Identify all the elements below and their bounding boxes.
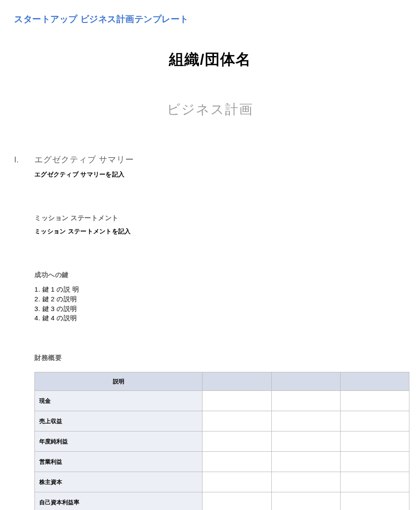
section-1-header: I. エグゼクティブ サマリー — [13, 154, 407, 165]
table-row: 現金 — [35, 391, 409, 411]
keys-heading: 成功への鍵 — [34, 271, 407, 279]
row-label-operating-profit: 営業利益 — [35, 452, 202, 472]
table-row: 売上収益 — [35, 411, 409, 431]
key-item[interactable]: 4. 鍵 4 の説明 — [34, 313, 407, 323]
cell[interactable] — [271, 472, 340, 492]
cell[interactable] — [340, 431, 409, 452]
table-row: 営業利益 — [35, 452, 409, 472]
row-label-revenue: 売上収益 — [35, 411, 202, 431]
cell[interactable] — [340, 492, 409, 510]
cell[interactable] — [340, 472, 409, 492]
table-row: 株主資本 — [35, 472, 409, 492]
col-header-2 — [271, 372, 340, 391]
cell[interactable] — [202, 492, 271, 510]
section-number: I. — [13, 155, 34, 165]
cell[interactable] — [271, 431, 340, 452]
cell[interactable] — [271, 492, 340, 510]
cell[interactable] — [202, 431, 271, 452]
col-header-description: 説明 — [35, 372, 202, 391]
col-header-3 — [340, 372, 409, 391]
cell[interactable] — [340, 452, 409, 472]
cell[interactable] — [202, 411, 271, 431]
cell[interactable] — [202, 391, 271, 411]
col-header-1 — [202, 372, 271, 391]
cell[interactable] — [271, 411, 340, 431]
row-label-cash: 現金 — [35, 391, 202, 411]
mission-body: ミッション ステートメントを記入 — [34, 228, 407, 236]
cell[interactable] — [202, 472, 271, 492]
key-item[interactable]: 3. 鍵 3 の説明 — [34, 304, 407, 314]
exec-summary-body: エグゼクティブ サマリーを記入 — [34, 171, 407, 179]
cell[interactable] — [271, 452, 340, 472]
organization-name: 組織/団体名 — [13, 49, 407, 70]
template-title: スタートアップ ビジネス計画テンプレート — [14, 13, 407, 25]
keys-list: 1. 鍵 1 の説 明 2. 鍵 2 の説明 3. 鍵 3 の説明 4. 鍵 4… — [34, 285, 407, 323]
cell[interactable] — [202, 452, 271, 472]
mission-placeholder[interactable]: ミッション ステートメントを記入 — [34, 228, 407, 236]
table-row: 年度純利益 — [35, 431, 409, 452]
key-item[interactable]: 2. 鍵 2 の説明 — [34, 294, 407, 304]
mission-heading: ミッション ステートメント — [34, 214, 407, 222]
cell[interactable] — [340, 411, 409, 431]
finance-table: 説明 現金 売上収益 年度純利益 営業利益 — [34, 372, 409, 510]
finance-heading: 財務概要 — [34, 354, 407, 362]
row-label-equity: 株主資本 — [35, 472, 202, 492]
cell[interactable] — [271, 391, 340, 411]
row-label-roe: 自己資本利益率 — [35, 492, 202, 510]
business-plan-label: ビジネス計画 — [13, 101, 407, 119]
key-item[interactable]: 1. 鍵 1 の説 明 — [34, 285, 407, 294]
cell[interactable] — [340, 391, 409, 411]
row-label-net-income: 年度純利益 — [35, 431, 202, 452]
section-heading-exec-summary: エグゼクティブ サマリー — [34, 154, 134, 165]
table-header-row: 説明 — [35, 372, 409, 391]
exec-summary-placeholder[interactable]: エグゼクティブ サマリーを記入 — [34, 171, 407, 179]
table-row: 自己資本利益率 — [35, 492, 409, 510]
